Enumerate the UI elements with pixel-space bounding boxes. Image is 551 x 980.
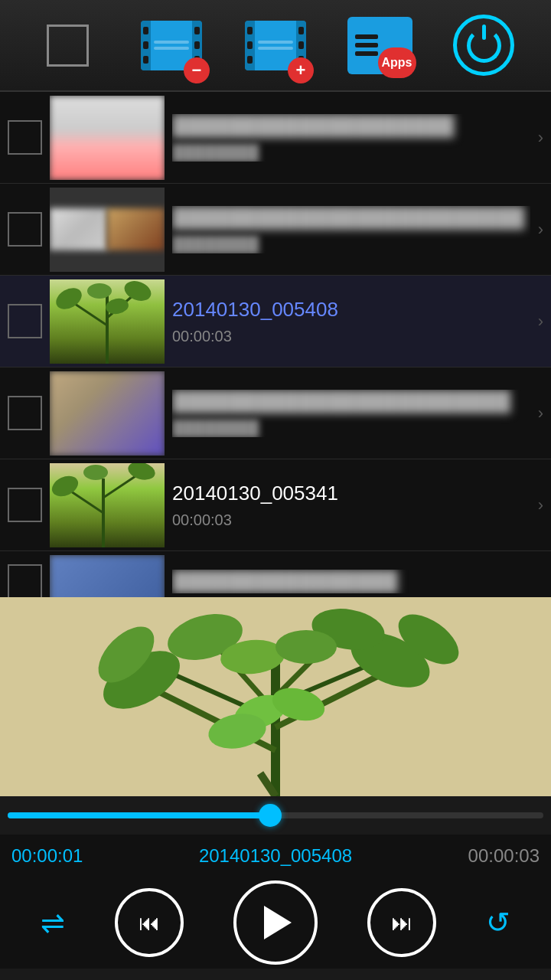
svg-line-8: [69, 490, 103, 513]
item-thumbnail: [50, 96, 165, 180]
item-thumbnail: [50, 188, 165, 272]
item-arrow-icon: ›: [538, 312, 543, 332]
svg-point-28: [276, 630, 337, 664]
apps-menu-button[interactable]: Apps: [345, 11, 414, 80]
list-item[interactable]: ████████████████████ ████████ ›: [0, 92, 551, 184]
shuffle-icon: ⇌: [41, 906, 65, 939]
progress-bar-container[interactable]: [0, 796, 551, 835]
item-duration: ████████: [172, 236, 530, 253]
svg-point-3: [52, 283, 85, 313]
svg-point-12: [83, 465, 108, 480]
bottom-info: 00:00:01 20140130_005408 00:00:03: [0, 835, 551, 877]
repeat-icon: ↺: [486, 906, 510, 939]
item-checkbox[interactable]: [8, 304, 42, 338]
shuffle-button[interactable]: ⇌: [41, 906, 65, 939]
svg-point-5: [87, 283, 112, 299]
video-list: ████████████████████ ████████ › ████████…: [0, 92, 551, 597]
item-thumbnail: [50, 555, 165, 598]
apps-icon: Apps: [347, 17, 412, 74]
list-item[interactable]: 20140130_005408 00:00:03 ›: [0, 276, 551, 368]
item-arrow-icon: ›: [538, 495, 543, 515]
apps-label: Apps: [382, 56, 412, 70]
item-duration: ████████: [172, 420, 530, 437]
item-checkbox[interactable]: [8, 488, 42, 522]
progress-thumb[interactable]: [259, 804, 282, 827]
item-duration: 00:00:03: [172, 328, 530, 345]
remove-badge-icon: −: [184, 57, 210, 83]
power-icon: [453, 15, 514, 76]
add-video-button[interactable]: +: [241, 11, 310, 80]
fast-forward-button[interactable]: ⏭: [367, 888, 436, 957]
item-duration: 00:00:03: [172, 511, 530, 529]
rewind-button[interactable]: ⏮: [115, 888, 184, 957]
item-title: █████████████████████████: [172, 206, 530, 230]
list-item[interactable]: ████████████████: [0, 551, 551, 597]
progress-track[interactable]: [8, 812, 543, 818]
current-time: 00:00:01: [11, 845, 83, 867]
plant-svg: [0, 597, 551, 796]
item-title: ████████████████████████: [172, 390, 530, 413]
item-duration: ████████: [172, 144, 530, 162]
item-title: ████████████████: [172, 570, 543, 593]
item-info: 20140130_005341 00:00:03: [172, 482, 530, 529]
toolbar: − + Apps: [0, 0, 551, 92]
video-preview: [0, 597, 551, 796]
list-item[interactable]: 20140130_005341 00:00:03 ›: [0, 459, 551, 551]
svg-line-1: [73, 302, 107, 325]
repeat-button[interactable]: ↺: [486, 906, 510, 939]
item-title: ████████████████████: [172, 114, 530, 138]
item-title: 20140130_005408: [172, 298, 530, 322]
playback-controls: ⇌ ⏮ ⏭ ↺: [0, 877, 551, 969]
rewind-icon: ⏮: [139, 910, 160, 936]
item-title: 20140130_005341: [172, 482, 530, 505]
item-thumbnail: [50, 371, 165, 456]
item-thumbnail: [50, 463, 165, 547]
item-checkbox[interactable]: [8, 120, 42, 155]
rewind-circle[interactable]: ⏮: [115, 888, 184, 957]
select-all-checkbox[interactable]: [47, 24, 89, 67]
preview-background: [0, 597, 551, 796]
item-info: 20140130_005408 00:00:03: [172, 298, 530, 345]
list-item[interactable]: █████████████████████████ ████████ ›: [0, 184, 551, 276]
item-info: ████████████████: [172, 570, 543, 593]
item-checkbox[interactable]: [8, 212, 42, 247]
apps-badge: Apps: [378, 47, 416, 78]
item-arrow-icon: ›: [538, 128, 543, 148]
ffwd-icon: ⏭: [391, 910, 412, 936]
item-arrow-icon: ›: [538, 220, 543, 240]
play-circle[interactable]: [233, 880, 318, 965]
item-info: █████████████████████████ ████████: [172, 206, 530, 253]
total-time: 00:00:03: [468, 845, 540, 867]
video-name-label: 20140130_005408: [199, 845, 352, 867]
item-checkbox[interactable]: [8, 564, 42, 597]
item-info: ████████████████████ ████████: [172, 114, 530, 162]
power-button[interactable]: [449, 11, 518, 80]
item-arrow-icon: ›: [538, 403, 543, 423]
play-icon: [264, 906, 292, 939]
progress-fill: [8, 812, 270, 818]
svg-line-9: [103, 475, 138, 498]
item-thumbnail: [50, 279, 165, 364]
item-info: ████████████████████████ ████████: [172, 390, 530, 437]
ffwd-circle[interactable]: ⏭: [367, 888, 436, 957]
item-checkbox[interactable]: [8, 396, 42, 430]
play-pause-button[interactable]: [233, 880, 318, 965]
list-item[interactable]: ████████████████████████ ████████ ›: [0, 368, 551, 459]
remove-video-button[interactable]: −: [137, 11, 206, 80]
add-badge-icon: +: [288, 57, 314, 83]
select-all-button[interactable]: [33, 11, 102, 80]
